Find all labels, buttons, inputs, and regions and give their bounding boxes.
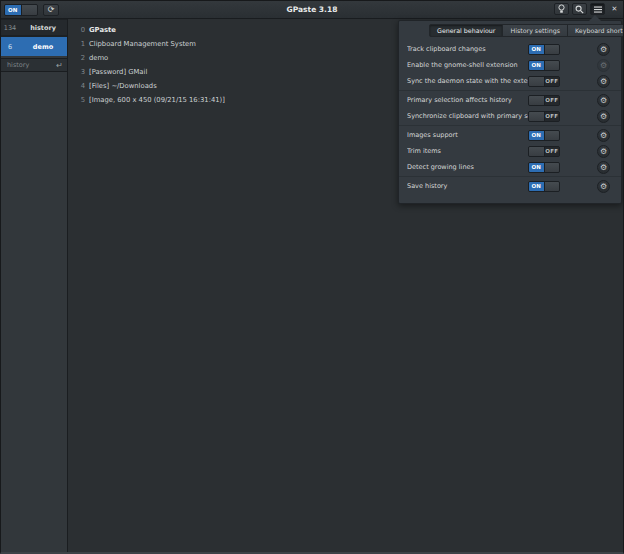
setting-gear-button[interactable]: ⚙ bbox=[597, 59, 610, 72]
new-history-placeholder: history bbox=[7, 61, 56, 69]
settings-group: Images support ON ⚙ Trim items OFF ⚙ Det… bbox=[399, 125, 621, 176]
setting-toggle-switch[interactable]: ON bbox=[528, 162, 560, 173]
settings-row: Save history ON ⚙ bbox=[399, 178, 621, 194]
settings-group: Primary selection affects history OFF ⚙ … bbox=[399, 90, 621, 125]
setting-gear-button[interactable]: ⚙ bbox=[597, 145, 610, 158]
setting-gear-button[interactable]: ⚙ bbox=[597, 75, 610, 88]
gear-icon: ⚙ bbox=[600, 131, 607, 140]
clipboard-item-index: 2 bbox=[75, 54, 85, 62]
switch-knob bbox=[529, 147, 545, 156]
close-icon: ✕ bbox=[612, 6, 618, 13]
gear-icon: ⚙ bbox=[600, 96, 607, 105]
clipboard-item-text: [Password] GMail bbox=[89, 68, 147, 76]
switch-state-label: ON bbox=[529, 61, 544, 70]
setting-label: Track clipboard changes bbox=[407, 45, 528, 53]
settings-tab[interactable]: History settings bbox=[502, 24, 568, 37]
setting-toggle-switch[interactable]: OFF bbox=[528, 95, 560, 106]
settings-group: Save history ON ⚙ bbox=[399, 176, 621, 195]
switch-knob bbox=[529, 112, 545, 121]
setting-label: Sync the daemon state with the extension… bbox=[407, 77, 528, 85]
daemon-toggle-label: ON bbox=[5, 5, 21, 15]
clipboard-item-index: 5 bbox=[75, 96, 85, 104]
settings-group: Track clipboard changes ON ⚙ Enable the … bbox=[399, 40, 621, 90]
clipboard-item-text: demo bbox=[89, 54, 108, 62]
setting-gear-button[interactable]: ⚙ bbox=[597, 94, 610, 107]
gear-icon: ⚙ bbox=[600, 182, 607, 191]
clipboard-item-index: 4 bbox=[75, 82, 85, 90]
popover-arrow bbox=[589, 15, 601, 21]
history-item-count: 6 bbox=[1, 43, 19, 51]
settings-row: Detect growing lines ON ⚙ bbox=[399, 159, 621, 175]
new-history-entry[interactable]: history ↵ bbox=[1, 58, 67, 72]
setting-toggle-switch[interactable]: OFF bbox=[528, 111, 560, 122]
setting-label: Primary selection affects history bbox=[407, 96, 528, 104]
setting-toggle-switch[interactable]: ON bbox=[528, 60, 560, 71]
search-button[interactable] bbox=[572, 3, 587, 15]
setting-toggle-switch[interactable]: ON bbox=[528, 130, 560, 141]
lightbulb-icon bbox=[557, 4, 566, 14]
switch-knob bbox=[544, 163, 560, 172]
clipboard-item-text: [Files] ~/Downloads bbox=[89, 82, 157, 90]
histories-sidebar: 134 history 6 demo history ↵ bbox=[1, 19, 68, 552]
switch-knob bbox=[21, 5, 38, 15]
switch-state-label: ON bbox=[529, 131, 544, 140]
setting-gear-button[interactable]: ⚙ bbox=[597, 129, 610, 142]
setting-label: Enable the gnome-shell extension bbox=[407, 61, 528, 69]
switch-knob bbox=[529, 77, 545, 86]
gear-icon: ⚙ bbox=[600, 77, 607, 86]
settings-row: Trim items OFF ⚙ bbox=[399, 143, 621, 159]
close-button[interactable]: ✕ bbox=[608, 3, 621, 15]
switch-state-label: ON bbox=[529, 45, 544, 54]
setting-gear-button[interactable]: ⚙ bbox=[597, 43, 610, 56]
history-list-item[interactable]: 6 demo bbox=[1, 37, 67, 56]
setting-label: Synchronize clipboard with primary selec… bbox=[407, 112, 528, 120]
setting-gear-button[interactable]: ⚙ bbox=[597, 161, 610, 174]
switch-state-label: ON bbox=[529, 182, 544, 191]
menu-button[interactable] bbox=[590, 3, 605, 15]
switch-state-label: OFF bbox=[545, 77, 560, 86]
switch-state-label: OFF bbox=[545, 147, 560, 156]
hamburger-menu-icon bbox=[594, 6, 602, 13]
settings-tabs: General behaviourHistory settingsKeyboar… bbox=[429, 24, 621, 37]
history-list: 134 history 6 demo bbox=[1, 19, 67, 56]
switch-knob bbox=[529, 96, 545, 105]
header-bar: ON ⟳ GPaste 3.18 bbox=[1, 1, 623, 19]
settings-tab[interactable]: General behaviour bbox=[429, 24, 503, 37]
gear-icon: ⚙ bbox=[600, 61, 607, 70]
clipboard-item-text: [Image, 600 x 450 (09/21/15 16:31:41)] bbox=[89, 96, 225, 104]
setting-label: Detect growing lines bbox=[407, 163, 528, 171]
switch-knob bbox=[544, 131, 560, 140]
switch-state-label: ON bbox=[529, 163, 544, 172]
clipboard-item-index: 3 bbox=[75, 68, 85, 76]
window-title: GPaste 3.18 bbox=[1, 5, 623, 14]
settings-row: Synchronize clipboard with primary selec… bbox=[399, 108, 621, 124]
refresh-icon: ⟳ bbox=[48, 6, 55, 14]
switch-knob bbox=[544, 182, 560, 191]
setting-toggle-switch[interactable]: ON bbox=[528, 181, 560, 192]
settings-row: Enable the gnome-shell extension ON ⚙ bbox=[399, 57, 621, 73]
history-item-count: 134 bbox=[1, 24, 19, 32]
gear-icon: ⚙ bbox=[600, 163, 607, 172]
new-history-entry-icon[interactable]: ↵ bbox=[56, 61, 63, 70]
setting-toggle-switch[interactable]: OFF bbox=[528, 76, 560, 87]
refresh-button[interactable]: ⟳ bbox=[43, 4, 59, 16]
about-button[interactable] bbox=[554, 3, 569, 15]
setting-gear-button[interactable]: ⚙ bbox=[597, 180, 610, 193]
daemon-toggle-switch[interactable]: ON bbox=[4, 4, 38, 16]
setting-toggle-switch[interactable]: ON bbox=[528, 44, 560, 55]
setting-gear-button[interactable]: ⚙ bbox=[597, 110, 610, 123]
gpaste-window: ON ⟳ GPaste 3.18 bbox=[0, 0, 624, 554]
clipboard-item-index: 1 bbox=[75, 40, 85, 48]
history-list-item[interactable]: 134 history bbox=[1, 20, 67, 35]
gear-icon: ⚙ bbox=[600, 147, 607, 156]
settings-tab[interactable]: Keyboard shortcuts bbox=[567, 24, 624, 37]
gear-icon: ⚙ bbox=[600, 112, 607, 121]
gear-icon: ⚙ bbox=[600, 45, 607, 54]
settings-row: Sync the daemon state with the extension… bbox=[399, 73, 621, 89]
setting-label: Images support bbox=[407, 131, 528, 139]
clipboard-item-text: GPaste bbox=[89, 26, 116, 34]
history-item-name: history bbox=[19, 24, 67, 32]
history-item-name: demo bbox=[19, 43, 67, 51]
setting-toggle-switch[interactable]: OFF bbox=[528, 146, 560, 157]
setting-label: Save history bbox=[407, 182, 528, 190]
